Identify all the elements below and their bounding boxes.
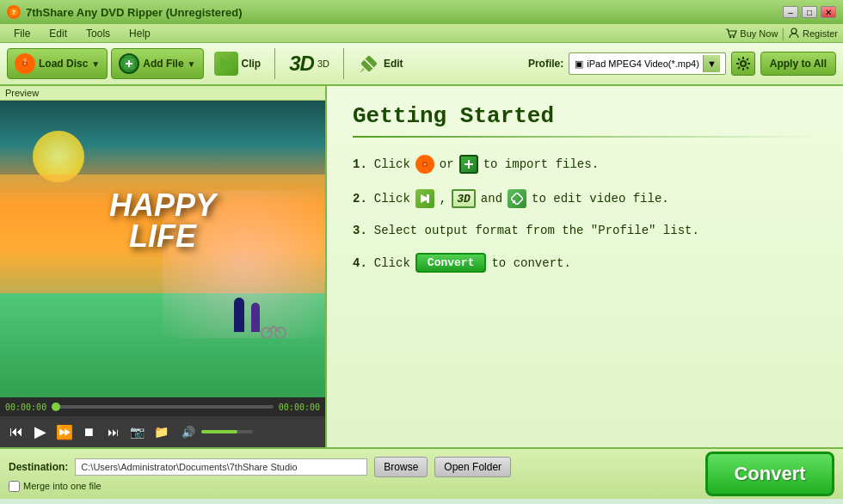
- title-underline: [353, 136, 817, 138]
- buy-now-label: Buy Now: [740, 28, 778, 39]
- open-folder-button[interactable]: Open Folder: [434, 457, 511, 477]
- menu-file[interactable]: File: [5, 26, 39, 41]
- clip-label: Clip: [242, 58, 262, 70]
- merge-checkbox[interactable]: [9, 481, 20, 492]
- svg-line-23: [747, 67, 748, 69]
- volume-icon[interactable]: 🔊: [179, 422, 198, 441]
- minimize-button[interactable]: –: [783, 6, 798, 18]
- three-d-button[interactable]: 3D 3D: [282, 48, 336, 79]
- destination-label: Destination:: [9, 461, 68, 473]
- edit-icon: [358, 52, 380, 75]
- toolbar-separator: [274, 48, 275, 79]
- svg-line-24: [747, 58, 748, 60]
- clip-icon: [214, 52, 238, 76]
- svg-point-7: [24, 63, 27, 65]
- progress-thumb[interactable]: [52, 403, 60, 411]
- settings-button[interactable]: [731, 52, 755, 76]
- register-button[interactable]: Register: [788, 28, 838, 40]
- step-1-or: or: [440, 157, 454, 171]
- left-panel: Preview HAPPY LIFE: [0, 86, 327, 447]
- screenshot-button[interactable]: 📷: [127, 422, 146, 441]
- progress-bar[interactable]: [52, 405, 274, 409]
- next-frame-button[interactable]: ⏭: [103, 422, 122, 441]
- add-file-label: Add File: [143, 58, 183, 70]
- step-2-icon-3d: 3D: [452, 189, 476, 208]
- svg-point-3: [733, 35, 735, 37]
- time-end: 00:00:00: [279, 403, 320, 412]
- main-content: Preview HAPPY LIFE: [0, 86, 843, 447]
- time-start: 00:00:00: [5, 403, 46, 412]
- convert-button[interactable]: Convert: [705, 452, 834, 496]
- folder-button[interactable]: 📁: [151, 422, 170, 441]
- skip-back-button[interactable]: ⏮: [7, 422, 26, 441]
- getting-started-title: Getting Started: [353, 103, 817, 129]
- step-1: 1. Click or to import files.: [353, 155, 817, 174]
- add-file-dropdown-arrow: ▼: [188, 59, 196, 69]
- apply-all-button[interactable]: Apply to All: [760, 52, 836, 76]
- video-text-happy: HAPPY: [109, 190, 216, 221]
- svg-text:7: 7: [12, 9, 16, 16]
- svg-line-25: [738, 67, 740, 69]
- svg-marker-14: [360, 68, 365, 73]
- buy-now-button[interactable]: Buy Now: [725, 28, 778, 40]
- menu-bar: File Edit Tools Help Buy Now | Register: [0, 24, 843, 43]
- right-panel: Getting Started 1. Click or: [327, 86, 843, 447]
- cart-icon: [725, 28, 737, 40]
- three-d-label: 3D: [289, 52, 314, 76]
- edit-label: Edit: [384, 58, 403, 70]
- close-button[interactable]: ✕: [821, 6, 836, 18]
- svg-rect-36: [427, 194, 429, 203]
- load-disc-button[interactable]: Q Load Disc ▼: [7, 48, 108, 79]
- add-file-icon: [119, 53, 139, 74]
- toolbar-separator-2: [343, 48, 344, 79]
- load-disc-label: Load Disc: [39, 58, 88, 70]
- play-button[interactable]: ▶: [31, 422, 50, 441]
- three-d-sublabel: 3D: [317, 58, 329, 69]
- add-file-button[interactable]: Add File ▼: [111, 48, 203, 79]
- bottom-bar: Destination: Browse Open Folder Merge in…: [0, 447, 843, 499]
- step-1-icon-load: [415, 155, 434, 174]
- edit-button[interactable]: Edit: [351, 48, 410, 79]
- step-4-convert-inline: Convert: [415, 253, 487, 273]
- menu-edit[interactable]: Edit: [40, 26, 76, 41]
- clip-button[interactable]: Clip: [207, 48, 268, 79]
- destination-path[interactable]: [75, 458, 367, 476]
- step-2: 2. Click , 3D and to edit vi: [353, 189, 817, 208]
- stop-button[interactable]: ⏹: [79, 422, 98, 441]
- svg-text:Q: Q: [23, 58, 26, 62]
- step-1-end: to import files.: [483, 157, 599, 171]
- preview-label: Preview: [0, 86, 325, 101]
- step-2-comma: ,: [440, 192, 446, 206]
- profile-dropdown[interactable]: ▣ iPad MPEG4 Video(*.mp4) ▼: [569, 52, 726, 75]
- destination-row: Destination: Browse Open Folder: [9, 457, 698, 477]
- app-icon: 7: [7, 5, 21, 19]
- step-3-text: Select output format from the "Profile" …: [374, 224, 699, 237]
- step-1-icon-add: [459, 155, 478, 174]
- step-2-and: and: [481, 192, 502, 206]
- profile-label: Profile:: [528, 58, 563, 70]
- svg-point-2: [729, 35, 731, 37]
- step-2-icon-edit: [508, 189, 526, 208]
- timeline: 00:00:00 00:00:00: [0, 397, 325, 416]
- volume-slider[interactable]: [201, 430, 253, 433]
- step-1-text: Click: [374, 157, 410, 171]
- svg-point-17: [741, 61, 746, 66]
- menu-help[interactable]: Help: [120, 26, 159, 41]
- profile-value: iPad MPEG4 Video(*.mp4): [587, 58, 699, 69]
- step-4-text: Click: [374, 256, 410, 270]
- fast-forward-button[interactable]: ⏩: [55, 422, 74, 441]
- menu-tools[interactable]: Tools: [77, 26, 119, 41]
- video-area: HAPPY LIFE: [0, 101, 325, 397]
- profile-dropdown-arrow[interactable]: ▼: [703, 55, 720, 72]
- steps-list: 1. Click or to import files.: [353, 155, 817, 273]
- merge-label: Merge into one file: [23, 481, 102, 491]
- browse-button[interactable]: Browse: [374, 457, 428, 477]
- load-disc-icon: Q: [15, 53, 35, 74]
- profile-icon: ▣: [575, 58, 583, 70]
- register-icon: [788, 28, 800, 40]
- register-label: Register: [803, 28, 838, 39]
- restore-button[interactable]: □: [802, 6, 817, 18]
- volume-area: 🔊: [179, 422, 253, 441]
- svg-line-22: [738, 58, 740, 60]
- svg-point-32: [423, 163, 426, 166]
